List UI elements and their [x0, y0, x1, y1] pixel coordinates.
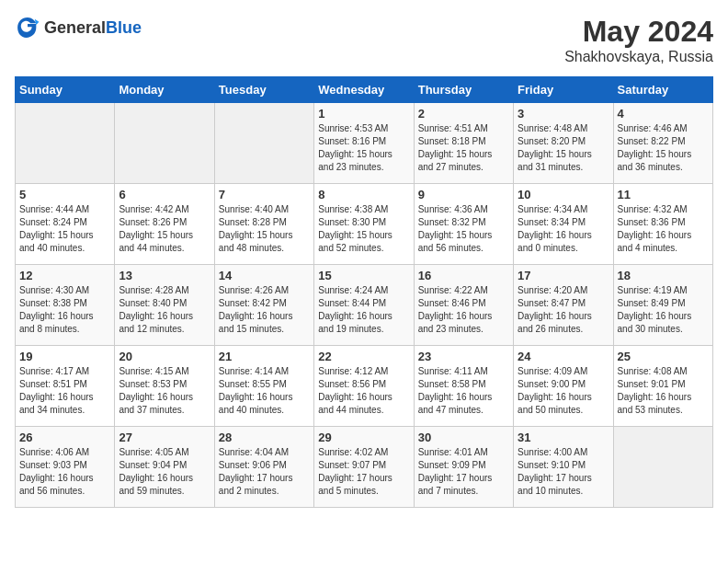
- calendar-cell: 28Sunrise: 4:04 AM Sunset: 9:06 PM Dayli…: [214, 427, 313, 508]
- calendar-cell: 19Sunrise: 4:17 AM Sunset: 8:51 PM Dayli…: [16, 346, 115, 427]
- logo-icon: [15, 15, 40, 40]
- day-info: Sunrise: 4:15 AM Sunset: 8:53 PM Dayligh…: [119, 365, 210, 417]
- day-info: Sunrise: 4:26 AM Sunset: 8:42 PM Dayligh…: [219, 284, 310, 336]
- day-info: Sunrise: 4:06 AM Sunset: 9:03 PM Dayligh…: [19, 446, 110, 498]
- calendar-cell: 17Sunrise: 4:20 AM Sunset: 8:47 PM Dayli…: [514, 265, 613, 346]
- day-number: 17: [518, 269, 609, 282]
- day-info: Sunrise: 4:32 AM Sunset: 8:36 PM Dayligh…: [618, 203, 709, 255]
- day-number: 20: [119, 350, 210, 363]
- day-number: 28: [219, 431, 310, 444]
- day-info: Sunrise: 4:24 AM Sunset: 8:44 PM Dayligh…: [318, 284, 409, 336]
- day-number: 10: [518, 188, 609, 201]
- day-info: Sunrise: 4:17 AM Sunset: 8:51 PM Dayligh…: [19, 365, 110, 417]
- day-info: Sunrise: 4:09 AM Sunset: 9:00 PM Dayligh…: [518, 365, 609, 417]
- day-info: Sunrise: 4:20 AM Sunset: 8:47 PM Dayligh…: [518, 284, 609, 336]
- day-number: 25: [618, 350, 709, 363]
- calendar-cell: [613, 427, 712, 508]
- day-number: 9: [418, 188, 509, 201]
- day-number: 7: [219, 188, 310, 201]
- day-number: 29: [318, 431, 409, 444]
- calendar-cell: 5Sunrise: 4:44 AM Sunset: 8:24 PM Daylig…: [16, 184, 115, 265]
- day-number: 15: [318, 269, 409, 282]
- calendar-cell: 10Sunrise: 4:34 AM Sunset: 8:34 PM Dayli…: [514, 184, 613, 265]
- calendar-cell: 26Sunrise: 4:06 AM Sunset: 9:03 PM Dayli…: [16, 427, 115, 508]
- calendar-cell: 11Sunrise: 4:32 AM Sunset: 8:36 PM Dayli…: [613, 184, 712, 265]
- calendar-cell: 13Sunrise: 4:28 AM Sunset: 8:40 PM Dayli…: [115, 265, 214, 346]
- day-info: Sunrise: 4:51 AM Sunset: 8:18 PM Dayligh…: [418, 122, 509, 174]
- calendar-cell: 7Sunrise: 4:40 AM Sunset: 8:28 PM Daylig…: [214, 184, 313, 265]
- day-number: 31: [518, 431, 609, 444]
- calendar-cell: 23Sunrise: 4:11 AM Sunset: 8:58 PM Dayli…: [414, 346, 513, 427]
- day-info: Sunrise: 4:08 AM Sunset: 9:01 PM Dayligh…: [618, 365, 709, 417]
- day-info: Sunrise: 4:19 AM Sunset: 8:49 PM Dayligh…: [618, 284, 709, 336]
- header-day: Thursday: [414, 77, 513, 103]
- day-number: 22: [318, 350, 409, 363]
- day-info: Sunrise: 4:46 AM Sunset: 8:22 PM Dayligh…: [618, 122, 709, 174]
- header-day: Wednesday: [314, 77, 414, 103]
- day-info: Sunrise: 4:28 AM Sunset: 8:40 PM Dayligh…: [119, 284, 210, 336]
- calendar-cell: 14Sunrise: 4:26 AM Sunset: 8:42 PM Dayli…: [214, 265, 313, 346]
- logo-general: General: [44, 18, 106, 37]
- calendar-cell: 31Sunrise: 4:00 AM Sunset: 9:10 PM Dayli…: [514, 427, 613, 508]
- day-number: 23: [418, 350, 509, 363]
- calendar-week-row: 19Sunrise: 4:17 AM Sunset: 8:51 PM Dayli…: [16, 346, 713, 427]
- header-day: Sunday: [16, 77, 115, 103]
- day-info: Sunrise: 4:30 AM Sunset: 8:38 PM Dayligh…: [19, 284, 110, 336]
- calendar-week-row: 1Sunrise: 4:53 AM Sunset: 8:16 PM Daylig…: [16, 103, 713, 184]
- logo-blue: Blue: [106, 18, 142, 37]
- header-day: Tuesday: [214, 77, 313, 103]
- calendar-cell: 20Sunrise: 4:15 AM Sunset: 8:53 PM Dayli…: [115, 346, 214, 427]
- day-number: 16: [418, 269, 509, 282]
- header-day: Saturday: [613, 77, 712, 103]
- calendar-cell: 1Sunrise: 4:53 AM Sunset: 8:16 PM Daylig…: [314, 103, 414, 184]
- day-info: Sunrise: 4:01 AM Sunset: 9:09 PM Dayligh…: [418, 446, 509, 498]
- day-number: 4: [618, 107, 709, 121]
- title-area: May 2024 Shakhovskaya, Russia: [564, 15, 713, 65]
- day-info: Sunrise: 4:44 AM Sunset: 8:24 PM Dayligh…: [19, 203, 110, 255]
- day-info: Sunrise: 4:36 AM Sunset: 8:32 PM Dayligh…: [418, 203, 509, 255]
- calendar-cell: 25Sunrise: 4:08 AM Sunset: 9:01 PM Dayli…: [613, 346, 712, 427]
- day-number: 26: [19, 431, 110, 444]
- day-number: 8: [318, 188, 409, 201]
- calendar-header: SundayMondayTuesdayWednesdayThursdayFrid…: [16, 77, 713, 103]
- day-info: Sunrise: 4:14 AM Sunset: 8:55 PM Dayligh…: [219, 365, 310, 417]
- day-info: Sunrise: 4:34 AM Sunset: 8:34 PM Dayligh…: [518, 203, 609, 255]
- day-info: Sunrise: 4:00 AM Sunset: 9:10 PM Dayligh…: [518, 446, 609, 498]
- calendar-week-row: 5Sunrise: 4:44 AM Sunset: 8:24 PM Daylig…: [16, 184, 713, 265]
- day-info: Sunrise: 4:11 AM Sunset: 8:58 PM Dayligh…: [418, 365, 509, 417]
- day-info: Sunrise: 4:48 AM Sunset: 8:20 PM Dayligh…: [518, 122, 609, 174]
- calendar-cell: [214, 103, 313, 184]
- calendar-cell: 2Sunrise: 4:51 AM Sunset: 8:18 PM Daylig…: [414, 103, 513, 184]
- day-number: 27: [119, 431, 210, 444]
- day-info: Sunrise: 4:04 AM Sunset: 9:06 PM Dayligh…: [219, 446, 310, 498]
- calendar-cell: 24Sunrise: 4:09 AM Sunset: 9:00 PM Dayli…: [514, 346, 613, 427]
- day-number: 13: [119, 269, 210, 282]
- calendar-cell: 8Sunrise: 4:38 AM Sunset: 8:30 PM Daylig…: [314, 184, 414, 265]
- day-number: 11: [618, 188, 709, 201]
- calendar-table: SundayMondayTuesdayWednesdayThursdayFrid…: [15, 76, 713, 508]
- calendar-cell: [115, 103, 214, 184]
- logo: GeneralBlue: [15, 15, 142, 40]
- calendar-title: May 2024: [564, 15, 713, 49]
- calendar-cell: 16Sunrise: 4:22 AM Sunset: 8:46 PM Dayli…: [414, 265, 513, 346]
- calendar-cell: 30Sunrise: 4:01 AM Sunset: 9:09 PM Dayli…: [414, 427, 513, 508]
- calendar-cell: 9Sunrise: 4:36 AM Sunset: 8:32 PM Daylig…: [414, 184, 513, 265]
- calendar-cell: 18Sunrise: 4:19 AM Sunset: 8:49 PM Dayli…: [613, 265, 712, 346]
- calendar-cell: 21Sunrise: 4:14 AM Sunset: 8:55 PM Dayli…: [214, 346, 313, 427]
- day-number: 12: [19, 269, 110, 282]
- calendar-cell: 27Sunrise: 4:05 AM Sunset: 9:04 PM Dayli…: [115, 427, 214, 508]
- header-day: Friday: [514, 77, 613, 103]
- day-info: Sunrise: 4:40 AM Sunset: 8:28 PM Dayligh…: [219, 203, 310, 255]
- day-number: 6: [119, 188, 210, 201]
- calendar-week-row: 26Sunrise: 4:06 AM Sunset: 9:03 PM Dayli…: [16, 427, 713, 508]
- day-number: 30: [418, 431, 509, 444]
- day-number: 5: [19, 188, 110, 201]
- calendar-cell: 15Sunrise: 4:24 AM Sunset: 8:44 PM Dayli…: [314, 265, 414, 346]
- calendar-subtitle: Shakhovskaya, Russia: [564, 49, 713, 65]
- day-number: 21: [219, 350, 310, 363]
- calendar-cell: [16, 103, 115, 184]
- header-day: Monday: [115, 77, 214, 103]
- calendar-week-row: 12Sunrise: 4:30 AM Sunset: 8:38 PM Dayli…: [16, 265, 713, 346]
- day-info: Sunrise: 4:53 AM Sunset: 8:16 PM Dayligh…: [318, 122, 409, 174]
- day-info: Sunrise: 4:12 AM Sunset: 8:56 PM Dayligh…: [318, 365, 409, 417]
